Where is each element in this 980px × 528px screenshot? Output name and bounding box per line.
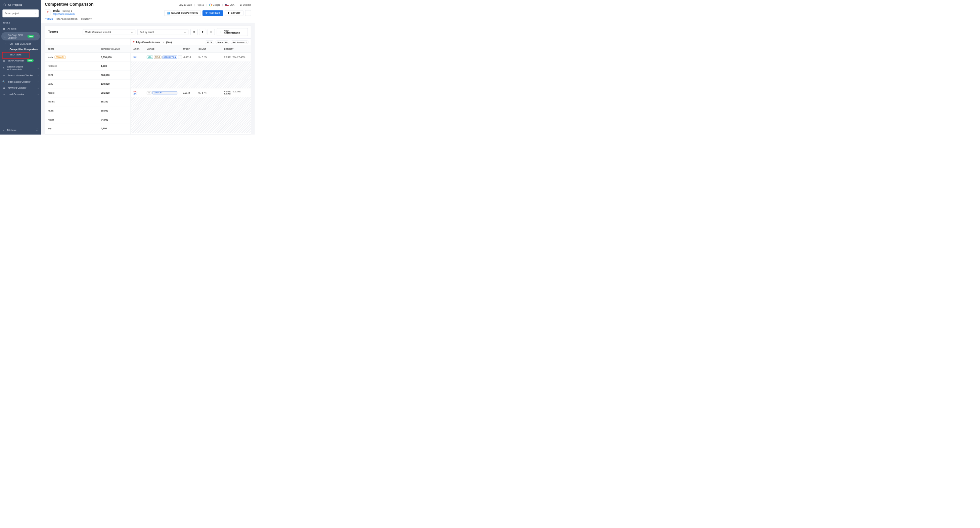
mode-select[interactable]: Mode: Common term list ⌄: [83, 29, 135, 35]
sidebar-item-label: Index Status Checker: [7, 80, 30, 83]
table-row[interactable]: tesla s18,100: [45, 97, 130, 107]
area-cell: MC / SC: [130, 91, 144, 95]
term-cell: tesla: [48, 56, 53, 59]
table-row[interactable]: [130, 106, 251, 115]
table-row[interactable]: retrieved1,200: [45, 62, 130, 71]
table-row[interactable]: [130, 62, 251, 71]
chevron-down-icon: ⌄: [37, 81, 39, 83]
add-competitors-button[interactable]: ＋ ADD COMPETITORS: [216, 28, 248, 36]
tab-terms[interactable]: TERMS: [45, 18, 53, 21]
help-icon[interactable]: ⓘ: [36, 129, 38, 132]
refresh-icon: ⟳: [205, 12, 208, 14]
usage-tag: TITLE: [154, 56, 161, 59]
usage-tag: CONTENT: [153, 91, 177, 94]
table-row[interactable]: MC / SCH1CONTENT0.01449 / 5 / 44.02% / 3…: [130, 88, 251, 97]
competitor-url[interactable]: https://www.tesla.com/: [136, 41, 160, 44]
col-usage[interactable]: USAGE: [144, 45, 180, 52]
page-title: Competitive Comparison: [45, 2, 94, 7]
chevron-down-icon: ⌄: [37, 87, 39, 89]
btn-label: SELECT COMPETITORS: [171, 12, 198, 14]
filter-button[interactable]: ☰: [208, 29, 215, 35]
minimize-button[interactable]: ← Minimize: [3, 129, 16, 131]
table-row[interactable]: [130, 70, 251, 80]
tfidf-cell: -0.0018: [180, 56, 196, 59]
term-cell: 2021: [48, 73, 53, 76]
col-density[interactable]: DENSITY: [221, 45, 251, 52]
competitor-index: 1: [162, 41, 164, 43]
sidebar-item-label: All Tools: [7, 27, 16, 30]
recheck-button[interactable]: ⟳ RECHECK: [202, 10, 223, 16]
table-row[interactable]: SCURLTITLEDESCRIPTION⋮-0.00185 / 0 / 52.…: [130, 53, 251, 62]
sidebar-item-sv-checker[interactable]: ⍉ Search Volume Checker ⌄: [0, 73, 41, 79]
table-row[interactable]: [130, 80, 251, 89]
google-icon: [209, 4, 212, 6]
filter-country[interactable]: USA: [225, 4, 234, 6]
col-count[interactable]: COUNT: [196, 45, 222, 52]
table-right: T https://www.tesla.com/ 1 (You) PT: 58 …: [130, 39, 251, 135]
table-row[interactable]: musk60,500: [45, 106, 130, 115]
sidebar-item-onpage-seo-checker[interactable]: ›_ On-Page SEO Checker New ⌃: [2, 32, 40, 40]
table-row[interactable]: [130, 124, 251, 133]
flag-usa-icon: [225, 4, 229, 6]
tab-onpage-metrics[interactable]: ON-PAGE METRICS: [56, 18, 78, 21]
table-row[interactable]: teslaPRIMARY3,350,000: [45, 53, 130, 62]
export-button[interactable]: ⬆ EXPORT: [225, 10, 243, 16]
tools-section-label: TOOLS: [0, 20, 41, 25]
project-select[interactable]: Select project ⌄: [2, 10, 39, 17]
sort-select-value: Sort by count: [140, 30, 154, 33]
count-cell: 5 / 0 / 5: [196, 56, 222, 59]
col-area[interactable]: AREA: [130, 45, 144, 52]
content-area: Terms Mode: Common term list ⌄ Sort by c…: [41, 23, 255, 135]
sidebar-item-se-autocomplete[interactable]: ✎ Search Engine Autocomplete ⌄: [0, 64, 41, 73]
upload-icon: ⬆: [228, 12, 230, 14]
usage-tag: URL: [147, 56, 153, 59]
btn-label: EXPORT: [231, 12, 240, 14]
sidebar: All Projects Select project ⌄ TOOLS ▦ Al…: [0, 0, 41, 135]
home-icon: [3, 3, 6, 7]
search-volume-cell: 1,200: [98, 65, 130, 67]
col-search-volume[interactable]: SEARCH VOLUME: [98, 45, 130, 52]
filter-top[interactable]: Top 10: [197, 4, 204, 6]
sidebar-item-keyword-grouper[interactable]: ⊞ Keyword Grouper ⌄: [0, 85, 41, 91]
sidebar-item-lead-generator[interactable]: ☺ Lead Generator ⌄: [0, 91, 41, 97]
all-projects-link[interactable]: All Projects: [0, 0, 41, 8]
table-row[interactable]: [130, 115, 251, 124]
sidebar-item-all-tools[interactable]: ▦ All Tools: [0, 25, 41, 32]
table-row[interactable]: nikola74,000: [45, 115, 130, 124]
desktop-icon: 🖥: [240, 4, 242, 6]
sort-select[interactable]: Sort by count ⌄: [137, 29, 188, 35]
all-projects-label: All Projects: [8, 3, 22, 6]
sidebar-item-index-status[interactable]: 🔍 Index Status Checker ⌄: [0, 79, 41, 85]
project-favicon: T: [45, 10, 51, 15]
sidebar-item-label: On-Page SEO Checker: [8, 33, 24, 39]
upload-button[interactable]: ⬆: [199, 29, 206, 35]
sidebar-footer: ← Minimize ⓘ: [0, 125, 41, 135]
table-row[interactable]: 2020135,000: [45, 80, 130, 89]
gauge-icon: ⍉: [2, 74, 5, 77]
terms-table: TERM SEARCH VOLUME teslaPRIMARY3,350,000…: [45, 38, 251, 134]
table-row[interactable]: july6,100: [45, 124, 130, 133]
usage-cell: H1CONTENT: [144, 91, 180, 94]
tabs: TERMS ON-PAGE METRICS CONTENT: [45, 16, 251, 22]
filter-engine[interactable]: Google: [209, 4, 220, 6]
table-row[interactable]: model301,000: [45, 88, 130, 97]
columns-toggle-button[interactable]: ▥: [191, 29, 197, 35]
project-url[interactable]: https://www.tesla.com/: [53, 13, 75, 15]
term-cell: 2020: [48, 83, 53, 85]
sidebar-item-competitive-comparison[interactable]: • Competitive Comparison: [9, 46, 41, 52]
filter-device[interactable]: 🖥Desktop: [240, 4, 251, 6]
more-menu-button[interactable]: ⋮: [245, 10, 251, 16]
tab-content[interactable]: CONTENT: [81, 18, 92, 21]
filter-date[interactable]: July-18 2022: [179, 4, 192, 6]
select-competitors-button[interactable]: 👥 SELECT COMPETITORS: [164, 10, 201, 16]
col-tfidf[interactable]: TF*IDF: [180, 45, 196, 52]
tesla-favicon-icon: T: [133, 41, 134, 44]
project-chip: T Tesla Ranking: 1 https://www.tesla.com…: [45, 10, 75, 15]
col-term[interactable]: TERM: [45, 45, 98, 52]
sidebar-item-onpage-audit[interactable]: • On-Page SEO Audit: [9, 41, 41, 46]
table-row[interactable]: 2021368,000: [45, 70, 130, 80]
ranking-label: Ranking:: [62, 10, 70, 13]
sidebar-item-seo-tasks[interactable]: • SEO Tasks: [9, 52, 41, 57]
sidebar-item-serp-analyzer[interactable]: ▥ SERP Analyzer New: [0, 57, 41, 64]
table-row[interactable]: [130, 97, 251, 107]
